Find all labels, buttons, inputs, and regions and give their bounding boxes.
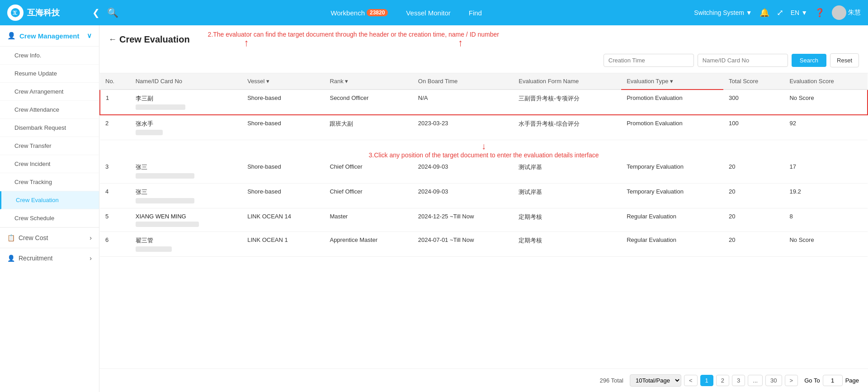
sidebar-item-disembark-request[interactable]: Disembark Request — [0, 119, 99, 137]
fullscreen[interactable]: ⤢ — [777, 8, 783, 18]
cell-total-score: 20 — [723, 232, 784, 257]
cell-onboard: 2024-09-03 — [413, 159, 513, 184]
cell-name: 张三 — [130, 184, 242, 208]
cell-rank: Chief Officer — [324, 159, 412, 184]
cell-total-score: 300 — [723, 90, 784, 115]
nav-right: Switching System ▼ 🔔 ⤢ EN ▼ ❓ 朱慧 — [694, 5, 861, 20]
workbench-badge: 23820 — [367, 9, 388, 16]
table-row[interactable]: 2 张水手 Shore-based 跟班大副 2023-03-23 水手晋升考核… — [100, 115, 868, 140]
cell-total-score: 20 — [723, 159, 784, 184]
cell-eval-score: 8 — [784, 208, 868, 232]
next-page-button[interactable]: > — [785, 375, 798, 386]
cell-total-score: 20 — [723, 184, 784, 208]
page-ellipsis: ... — [748, 375, 763, 386]
cell-onboard: 2024-09-03 — [413, 184, 513, 208]
table-row[interactable]: 6 翟三管 LINK OCEAN 1 Apprentice Master 202… — [100, 232, 868, 257]
sidebar-item-resume-update[interactable]: Resume Update — [0, 65, 99, 83]
page-2-button[interactable]: 2 — [716, 375, 729, 386]
cell-total-score: 100 — [723, 115, 784, 140]
annotation-row: ↓ 3.Click any position of the target doc… — [100, 140, 868, 159]
sidebar: 👤 Crew Management ∨ Crew Info. Resume Up… — [0, 25, 99, 392]
cell-vessel: LINK OCEAN 1 — [242, 232, 324, 257]
sidebar-item-crew-tracking[interactable]: Crew Tracking — [0, 173, 99, 191]
sidebar-item-crew-info[interactable]: Crew Info. — [0, 47, 99, 65]
notifications[interactable]: 🔔 — [760, 8, 769, 18]
sidebar-item-crew-cost[interactable]: 📋 Crew Cost › — [0, 227, 99, 248]
svg-text:互: 互 — [13, 10, 18, 15]
col-onboard: On Board Time — [413, 73, 513, 90]
sidebar-item-crew-transfer[interactable]: Crew Transfer — [0, 137, 99, 155]
search-button[interactable]: Search — [792, 54, 826, 67]
cell-eval-type: Promotion Evaluation — [621, 90, 723, 115]
sidebar-item-crew-evaluation[interactable]: Crew Evaluation — [0, 191, 99, 209]
page-3-button[interactable]: 3 — [732, 375, 745, 386]
total-count: 296 Total — [599, 377, 623, 384]
sidebar-item-crew-schedule[interactable]: Crew Schedule — [0, 209, 99, 227]
sidebar-item-crew-arrangement[interactable]: Crew Arrangement — [0, 83, 99, 101]
cell-eval-type: Promotion Evaluation — [621, 115, 723, 140]
cell-name: 张水手 — [130, 115, 242, 140]
col-eval-score: Evaluation Score — [784, 73, 868, 90]
cell-rank: 跟班大副 — [324, 115, 412, 140]
cell-form-name: 测试岸基 — [513, 159, 621, 184]
back-icon[interactable]: ❮ — [92, 7, 100, 18]
nav-workbench[interactable]: Workbench 23820 — [330, 9, 388, 17]
page-title: Crew Evaluation — [119, 34, 190, 45]
goto-input[interactable] — [823, 375, 843, 386]
cell-form-name: 定期考核 — [513, 208, 621, 232]
table-row[interactable]: 4 张三 Shore-based Chief Officer 2024-09-0… — [100, 184, 868, 208]
cell-form-name: 水手晋升考核-综合评分 — [513, 115, 621, 140]
cell-no: 4 — [100, 184, 130, 208]
reset-button[interactable]: Reset — [830, 53, 859, 67]
sidebar-section-crew-management[interactable]: 👤 Crew Management ∨ — [0, 25, 99, 47]
cell-eval-score: 17 — [784, 159, 868, 184]
col-vessel[interactable]: Vessel ▾ — [242, 73, 324, 90]
nav-vessel-monitor[interactable]: Vessel Monitor — [406, 9, 450, 17]
cell-vessel: Shore-based — [242, 159, 324, 184]
switching-system[interactable]: Switching System ▼ — [694, 9, 752, 16]
table-row[interactable]: 3 张三 Shore-based Chief Officer 2024-09-0… — [100, 159, 868, 184]
cell-form-name: 定期考核 — [513, 232, 621, 257]
cell-name: 翟三管 — [130, 232, 242, 257]
back-button[interactable]: ← — [108, 35, 117, 44]
cell-name: 张三 — [130, 159, 242, 184]
search-icon[interactable]: 🔍 — [107, 7, 118, 18]
cell-onboard: N/A — [413, 90, 513, 115]
logo-text: 互海科技 — [27, 7, 60, 18]
pagination: 296 Total 10Total/Page < 1 2 3 ... 30 > … — [99, 368, 868, 392]
cell-rank: Master — [324, 208, 412, 232]
table-row[interactable]: 5 XIANG WEN MING LINK OCEAN 14 Master 20… — [100, 208, 868, 232]
sidebar-item-recruitment[interactable]: 👤 Recruitment › — [0, 248, 99, 268]
cell-eval-score: 92 — [784, 115, 868, 140]
col-name: Name/ID Card No — [130, 73, 242, 90]
nav-find[interactable]: Find — [469, 9, 482, 17]
prev-page-button[interactable]: < — [684, 375, 698, 386]
avatar — [832, 5, 846, 20]
user-profile[interactable]: 朱慧 — [832, 5, 861, 20]
table-row[interactable]: 1 李三副 Shore-based Second Officer N/A 三副晋… — [100, 90, 868, 115]
cell-onboard: 2023-03-23 — [413, 115, 513, 140]
cell-vessel: Shore-based — [242, 184, 324, 208]
table-wrapper: No. Name/ID Card No Vessel ▾ Rank ▾ On B… — [99, 73, 868, 368]
name-id-input[interactable] — [698, 54, 788, 67]
sidebar-item-crew-attendance[interactable]: Crew Attendance — [0, 101, 99, 119]
col-eval-type[interactable]: Evaluation Type ▾ — [621, 73, 723, 90]
search-bar: Search Reset — [99, 48, 868, 73]
nav-secondary: ❮ 🔍 — [92, 7, 118, 18]
page-30-button[interactable]: 30 — [765, 375, 782, 386]
logo: 互 互海科技 — [7, 5, 80, 21]
cell-no: 6 — [100, 232, 130, 257]
page-size-select[interactable]: 10Total/Page — [630, 374, 681, 387]
cell-eval-type: Temporary Evaluation — [621, 159, 723, 184]
nav-center: Workbench 23820 Vessel Monitor Find — [127, 9, 685, 17]
col-rank[interactable]: Rank ▾ — [324, 73, 412, 90]
cell-name: XIANG WEN MING — [130, 208, 242, 232]
page-1-button[interactable]: 1 — [700, 375, 713, 386]
cell-no: 2 — [100, 115, 130, 140]
help[interactable]: ❓ — [815, 8, 825, 18]
sidebar-item-crew-incident[interactable]: Crew Incident — [0, 155, 99, 173]
creation-time-input[interactable] — [604, 54, 694, 67]
cell-rank: Apprentice Master — [324, 232, 412, 257]
language-selector[interactable]: EN ▼ — [791, 9, 807, 16]
cell-eval-score: 19.2 — [784, 184, 868, 208]
